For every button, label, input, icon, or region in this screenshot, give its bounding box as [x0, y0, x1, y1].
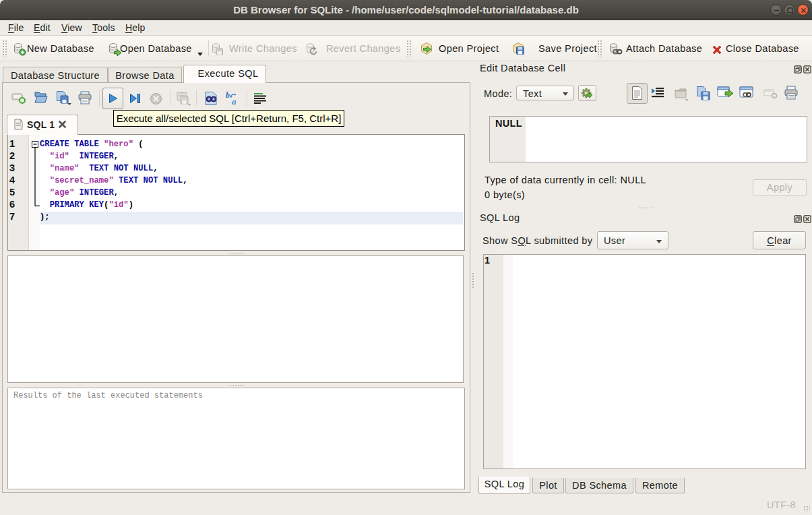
svg-text:a: a: [232, 96, 237, 106]
svg-text:b: b: [226, 91, 230, 100]
